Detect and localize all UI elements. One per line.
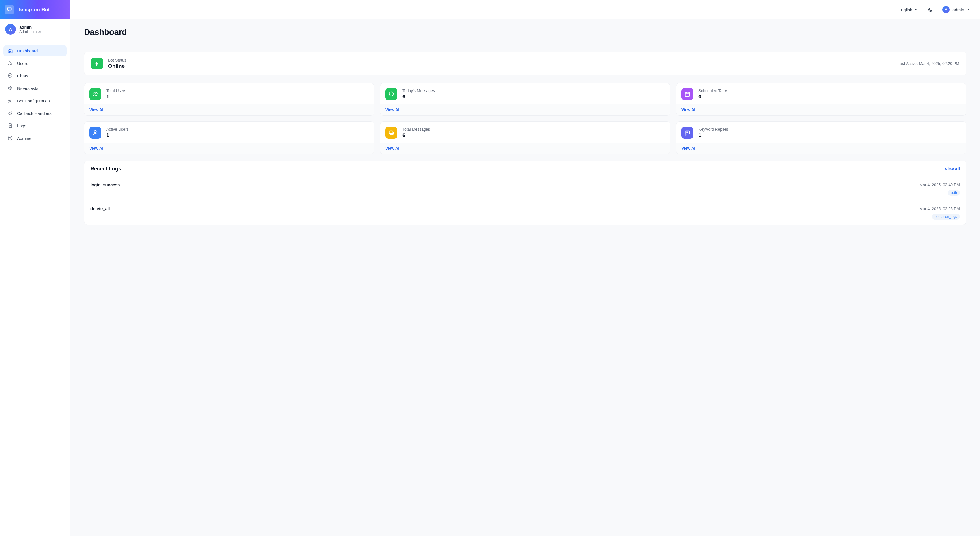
topbar-user-name: admin: [953, 7, 964, 12]
chevron-down-icon: [967, 7, 972, 12]
log-action: login_success: [91, 182, 120, 187]
sidebar-item-callback-handlers[interactable]: Callback Handlers: [3, 108, 67, 119]
stat-value: 0: [698, 94, 729, 100]
bot-status-card: Bot Status Online Last Active: Mar 4, 20…: [84, 52, 966, 75]
main: Dashboard Bot Status Online Last Active:…: [70, 0, 980, 536]
sidebar-user-role: Administrator: [19, 30, 41, 34]
stat-view-all[interactable]: View All: [681, 146, 697, 151]
stat-view-all[interactable]: View All: [89, 146, 104, 151]
stat-view-all[interactable]: View All: [385, 146, 400, 151]
stat-value: 1: [698, 132, 728, 138]
sidebar-item-users[interactable]: Users: [3, 57, 67, 69]
log-row[interactable]: login_success Mar 4, 2025, 03:40 PM auth: [84, 177, 966, 201]
users-icon: [89, 88, 101, 100]
user-menu[interactable]: A admin: [942, 6, 972, 13]
stat-label: Scheduled Tasks: [698, 89, 729, 93]
sidebar-user-block: A admin Administrator: [0, 19, 70, 40]
brand-icon: [5, 5, 14, 14]
sidebar-item-logs[interactable]: Logs: [3, 120, 67, 131]
log-tag: auth: [948, 190, 960, 196]
chevron-down-icon: [914, 7, 918, 12]
stats-grid: Total Users 1 View All Today's Messages …: [84, 83, 966, 154]
clipboard-icon: [7, 123, 13, 129]
users-icon: [7, 60, 13, 66]
sidebar-item-dashboard[interactable]: Dashboard: [3, 45, 67, 56]
stat-card-total-users: Total Users 1 View All: [84, 83, 374, 116]
moon-icon: [928, 7, 933, 13]
stat-card-keyword-replies: Keyword Replies 1 View All: [676, 121, 966, 154]
recent-logs-title: Recent Logs: [91, 166, 121, 172]
recent-logs-view-all[interactable]: View All: [945, 167, 960, 171]
zap-icon: [91, 57, 103, 70]
chat-icon: [7, 73, 13, 79]
sidebar-item-label: Chats: [17, 73, 28, 78]
stat-value: 1: [107, 132, 129, 138]
bot-last-active: Last Active: Mar 4, 2025, 02:20 PM: [897, 61, 959, 66]
nav: DashboardUsersChatsBroadcastsBot Configu…: [0, 40, 70, 151]
user-circle-icon: [7, 135, 13, 141]
reply-icon: [681, 127, 693, 139]
topbar: English A admin: [70, 0, 980, 19]
stat-value: 6: [402, 132, 430, 138]
messages-icon: [385, 127, 397, 139]
sidebar-item-label: Users: [17, 61, 28, 66]
stat-value: 6: [402, 94, 435, 100]
theme-toggle[interactable]: [925, 5, 935, 15]
page-title: Dashboard: [84, 27, 966, 37]
sidebar-item-broadcasts[interactable]: Broadcasts: [3, 83, 67, 94]
recent-logs-card: Recent Logs View All login_success Mar 4…: [84, 161, 966, 225]
stat-card-scheduled-tasks: Scheduled Tasks 0 View All: [676, 83, 966, 116]
stat-label: Today's Messages: [402, 89, 435, 93]
sidebar-item-label: Bot Configuration: [17, 99, 50, 103]
sidebar-item-label: Admins: [17, 136, 31, 141]
sidebar: Telegram Bot A admin Administrator Dashb…: [0, 0, 70, 536]
bug-icon: [7, 110, 13, 116]
stat-view-all[interactable]: View All: [681, 108, 697, 112]
brand-bar: Telegram Bot: [0, 0, 70, 19]
sidebar-item-label: Broadcasts: [17, 86, 38, 91]
calendar-icon: [681, 88, 693, 100]
home-icon: [7, 48, 13, 54]
sidebar-item-label: Logs: [17, 123, 26, 128]
stat-card-today-s-messages: Today's Messages 6 View All: [380, 83, 670, 116]
log-row[interactable]: delete_all Mar 4, 2025, 02:25 PM operati…: [84, 201, 966, 224]
bot-status-value: Online: [108, 63, 126, 69]
stat-label: Keyword Replies: [698, 127, 728, 132]
language-label: English: [898, 7, 912, 12]
gear-icon: [7, 98, 13, 103]
sidebar-item-chats[interactable]: Chats: [3, 70, 67, 81]
stat-value: 1: [107, 94, 126, 100]
stat-view-all[interactable]: View All: [385, 108, 400, 112]
stat-card-total-messages: Total Messages 6 View All: [380, 121, 670, 154]
avatar: A: [942, 6, 950, 13]
stat-card-active-users: Active Users 1 View All: [84, 121, 374, 154]
sidebar-item-bot-configuration[interactable]: Bot Configuration: [3, 95, 67, 107]
stat-label: Active Users: [107, 127, 129, 132]
stat-label: Total Messages: [402, 127, 430, 132]
log-action: delete_all: [91, 206, 110, 211]
sidebar-item-admins[interactable]: Admins: [3, 132, 67, 144]
sidebar-item-label: Dashboard: [17, 48, 38, 53]
log-time: Mar 4, 2025, 03:40 PM: [920, 183, 960, 187]
avatar: A: [5, 24, 16, 35]
megaphone-icon: [7, 85, 13, 91]
stat-view-all[interactable]: View All: [89, 108, 104, 112]
user-icon: [89, 127, 101, 139]
log-tag: operation_logs: [932, 214, 960, 219]
bot-status-label: Bot Status: [108, 58, 126, 62]
log-time: Mar 4, 2025, 02:25 PM: [920, 207, 960, 211]
brand-title: Telegram Bot: [18, 7, 50, 13]
stat-label: Total Users: [107, 89, 126, 93]
sidebar-user-name: admin: [19, 25, 41, 30]
message-icon: [385, 88, 397, 100]
language-selector[interactable]: English: [898, 7, 918, 12]
sidebar-item-label: Callback Handlers: [17, 111, 52, 116]
